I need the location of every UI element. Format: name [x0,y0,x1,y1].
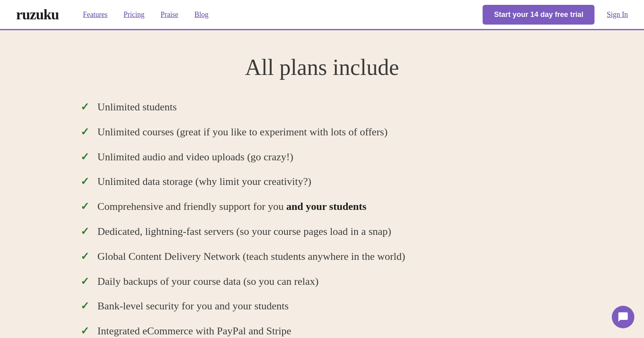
feature-text: Unlimited students [97,100,177,114]
check-icon: ✓ [80,250,89,263]
check-icon: ✓ [80,325,89,337]
feature-text: Bank-level security for you and your stu… [97,299,289,313]
list-item: ✓ Unlimited courses (great if you like t… [80,125,564,139]
nav-blog[interactable]: Blog [194,10,208,19]
check-icon: ✓ [80,101,89,113]
feature-text: Unlimited audio and video uploads (go cr… [97,150,293,164]
nav-praise[interactable]: Praise [161,10,178,19]
brand-logo[interactable]: ruzuku [16,6,59,23]
header-actions: Start your 14 day free trial Sign In [483,5,628,25]
check-icon: ✓ [80,275,89,288]
check-icon: ✓ [80,200,89,213]
check-icon: ✓ [80,175,89,188]
nav-pricing[interactable]: Pricing [124,10,144,19]
feature-text: Unlimited data storage (why limit your c… [97,175,311,189]
check-icon: ✓ [80,126,89,138]
list-item: ✓ Comprehensive and friendly support for… [80,200,564,214]
features-list: ✓ Unlimited students ✓ Unlimited courses… [80,100,564,338]
list-item: ✓ Dedicated, lightning-fast servers (so … [80,225,564,238]
list-item: ✓ Bank-level security for you and your s… [80,299,564,313]
list-item: ✓ Unlimited audio and video uploads (go … [80,150,564,164]
list-item: ✓ Global Content Delivery Network (teach… [80,250,564,263]
sign-in-link[interactable]: Sign In [607,10,628,19]
feature-text: Daily backups of your course data (so yo… [97,275,318,288]
check-icon: ✓ [80,225,89,238]
feature-text: Global Content Delivery Network (teach s… [97,250,405,263]
feature-text: Comprehensive and friendly support for y… [97,200,366,214]
section-title: All plans include [80,54,564,80]
list-item: ✓ Unlimited data storage (why limit your… [80,175,564,189]
main-nav: Features Pricing Praise Blog [83,10,208,19]
feature-text-before: Comprehensive and friendly support for y… [97,201,286,212]
feature-text-bold: and your students [286,201,366,212]
check-icon: ✓ [80,300,89,312]
chat-button[interactable] [612,306,634,328]
site-header: ruzuku Features Pricing Praise Blog Star… [0,0,644,30]
nav-features[interactable]: Features [83,10,107,19]
main-content: All plans include ✓ Unlimited students ✓… [0,30,644,338]
feature-text: Unlimited courses (great if you like to … [97,125,388,139]
chat-icon [617,311,629,323]
check-icon: ✓ [80,151,89,163]
trial-button[interactable]: Start your 14 day free trial [483,5,594,25]
feature-text: Dedicated, lightning-fast servers (so yo… [97,225,391,238]
list-item: ✓ Daily backups of your course data (so … [80,275,564,288]
list-item: ✓ Integrated eCommerce with PayPal and S… [80,324,564,338]
list-item: ✓ Unlimited students [80,100,564,114]
feature-text: Integrated eCommerce with PayPal and Str… [97,324,291,338]
